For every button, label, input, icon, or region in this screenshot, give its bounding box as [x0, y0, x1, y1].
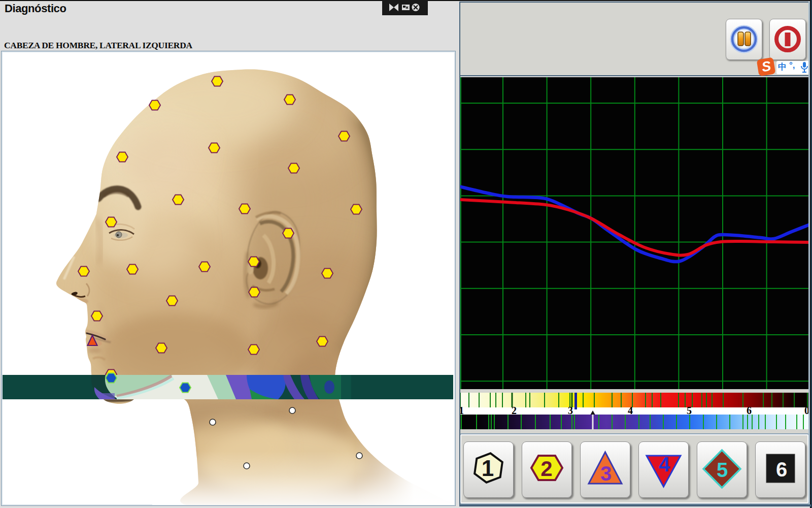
- svg-text:3: 3: [600, 462, 612, 485]
- svg-text:2: 2: [540, 457, 552, 481]
- svg-text:4: 4: [659, 453, 670, 475]
- svg-text:4: 4: [628, 405, 633, 416]
- svg-text:6: 6: [776, 458, 787, 481]
- svg-text:5: 5: [717, 459, 728, 481]
- svg-text:5: 5: [687, 405, 692, 416]
- svg-text:3: 3: [568, 405, 573, 416]
- svg-text:2: 2: [512, 405, 517, 416]
- svg-text:1: 1: [482, 456, 494, 481]
- svg-text:6: 6: [747, 405, 752, 416]
